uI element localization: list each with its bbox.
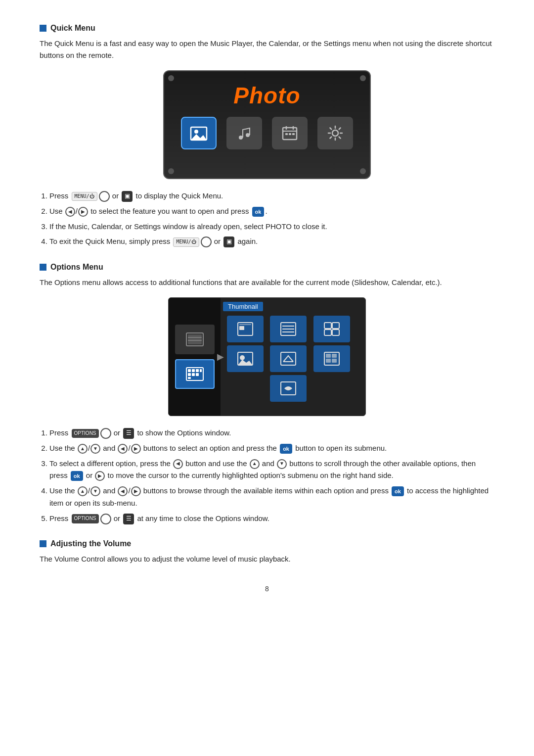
circle-icon3 [100,428,111,439]
ok-button-icon4: ok [392,486,404,496]
hamburger-icon2: ☰ [123,514,134,524]
opt-right-item [313,345,350,372]
svg-rect-36 [332,330,339,335]
svg-rect-14 [188,334,202,344]
down-icon2: ▼ [90,486,100,496]
calendar-icon-box [272,117,308,149]
svg-rect-11 [292,133,295,135]
step-item: Press OPTIONS or ☰ to show the Options w… [49,427,494,439]
down-icon: ▼ [90,444,100,454]
svg-rect-33 [324,323,331,329]
options-left-panel [169,298,221,416]
svg-point-12 [332,130,338,136]
step-item: Use the ▲/▼ and ◀/▶ buttons to browse th… [49,485,494,510]
opt-right-item [270,345,307,372]
svg-rect-27 [239,326,244,330]
svg-marker-39 [238,360,253,365]
adjusting-volume-body: The Volume Control allows you to adjust … [40,553,494,565]
step-item: Use the ▲/▼ and ◀/▶ buttons to select an… [49,442,494,455]
menu-button-label2: MENU/⏻ [173,237,199,247]
corner-decoration [360,168,366,174]
svg-rect-25 [188,377,191,379]
left-icon: ◀ [118,444,128,454]
up-icon: ▲ [78,444,88,454]
options-menu-image: Thumbnail ▶ [168,297,366,416]
svg-rect-44 [332,354,337,358]
quick-menu-title: Quick Menu [40,24,494,33]
svg-rect-21 [200,369,202,372]
left-nav-icon: ◀ [65,207,75,217]
svg-rect-9 [285,133,288,135]
settings-icon-box [317,117,353,149]
options-menu-title: Options Menu [40,263,494,272]
adjusting-volume-title: Adjusting the Volume [40,539,494,548]
menu-button-label: MENU/⏻ [72,192,97,201]
adjusting-volume-section: Adjusting the Volume The Volume Control … [40,539,494,565]
ok-button-icon3: ok [71,471,83,481]
svg-rect-20 [196,369,199,372]
opt-right-item [313,316,350,342]
step-item: To exit the Quick Menu, simply press MEN… [49,236,494,248]
quick-menu-steps: Press MENU/⏻ or ▣ to display the Quick M… [49,190,494,248]
music-icon-box [226,117,262,149]
step-item: Use ◀/▶ to select the feature you want t… [49,205,494,218]
step-item: Press OPTIONS or ☰ at any time to close … [49,513,494,525]
right-nav-icon: ▶ [78,207,88,217]
step-item: Press MENU/⏻ or ▣ to display the Quick M… [49,190,494,202]
ok-button-icon: ok [252,207,265,217]
step-item: If the Music, Calendar, or Settings wind… [49,221,494,233]
opt-right-item [227,316,264,342]
hamburger-icon: ☰ [123,428,134,439]
options-button-label: OPTIONS [72,429,99,438]
svg-point-1 [194,130,198,134]
quick-menu-section: Quick Menu The Quick Menu is a fast and … [40,24,494,248]
thumbnail-label: Thumbnail [223,302,263,311]
square-button-icon2: ▣ [223,236,234,247]
corner-decoration [360,75,366,81]
svg-rect-23 [192,373,195,376]
svg-point-38 [240,355,245,360]
svg-point-4 [246,133,250,137]
svg-rect-24 [196,373,199,376]
corner-decoration [168,75,174,81]
opt-right-item [270,316,307,342]
options-right-panel [224,313,356,405]
svg-rect-10 [289,133,291,135]
svg-rect-40 [281,352,296,365]
svg-rect-22 [188,373,191,376]
photo-label: Photo [164,71,370,109]
svg-rect-46 [332,359,337,363]
svg-rect-34 [332,323,339,329]
svg-marker-2 [191,134,207,140]
ok-button-icon2: ok [280,444,292,454]
section-marker2 [40,264,46,271]
quick-menu-image-container: Photo [40,70,494,179]
circle-icon [99,191,110,202]
right-icon: ▶ [131,444,141,454]
options-button-label2: OPTIONS [72,514,99,523]
options-menu-section: Options Menu The Options menu allows acc… [40,263,494,524]
quick-menu-body: The Quick Menu is a fast and easy way to… [40,38,494,61]
options-menu-body: The Options menu allows access to additi… [40,277,494,288]
section-marker3 [40,540,46,547]
options-menu-image-container: Thumbnail ▶ [40,297,494,416]
section-marker [40,25,46,32]
svg-rect-45 [326,359,331,363]
right-nav3: ▶ [95,471,105,481]
up-nav2: ▲ [250,459,260,469]
svg-rect-43 [326,354,331,358]
corner-decoration [168,168,174,174]
left-nav2: ◀ [173,459,183,469]
option-left-item-selected [175,359,215,389]
photo-icon-box [181,117,217,149]
page-number: 8 [40,585,494,593]
svg-rect-28 [239,324,251,325]
arrow-right-icon: ▶ [217,351,224,362]
svg-rect-19 [192,369,195,372]
svg-rect-18 [188,369,191,372]
up-icon2: ▲ [78,486,88,496]
quick-menu-image: Photo [163,70,371,179]
down-nav2: ▼ [277,459,287,469]
opt-right-item [270,375,307,402]
circle-icon2 [201,236,212,247]
